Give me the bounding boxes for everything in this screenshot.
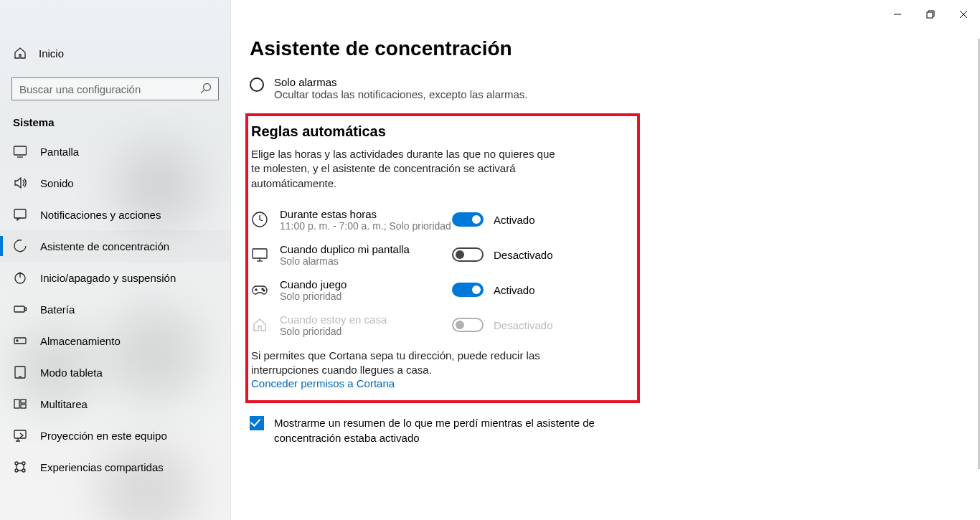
rule-sub: Solo alarmas (280, 255, 452, 267)
sound-icon (13, 176, 27, 190)
share-icon (13, 460, 27, 474)
rule-title: Cuando juego (280, 278, 452, 290)
home-label: Inicio (39, 47, 64, 60)
svg-line-5 (201, 90, 204, 94)
monitor-icon (251, 246, 268, 263)
nav-item-experiencias[interactable]: Experiencias compartidas (0, 451, 230, 483)
nav-label: Asistente de concentración (40, 240, 169, 252)
svg-point-29 (262, 288, 263, 290)
svg-point-4 (204, 84, 211, 91)
toggle-state: Desactivado (494, 249, 553, 261)
cortana-permissions-link[interactable]: Conceder permisos a Cortana (251, 377, 395, 389)
toggle-state: Activado (494, 284, 535, 296)
display-icon (13, 144, 27, 159)
svg-rect-26 (253, 249, 267, 258)
nav-label: Proyección en este equipo (40, 430, 167, 442)
rule-sub: Solo prioridad (280, 326, 452, 337)
nav-label: Almacenamiento (40, 335, 121, 347)
toggle-gaming[interactable] (452, 283, 484, 297)
projection-icon (13, 428, 27, 443)
section-label: Sistema (0, 116, 230, 136)
nav-label: Notificaciones y acciones (40, 209, 161, 221)
svg-rect-11 (14, 306, 24, 312)
nav-item-bateria[interactable]: Batería (0, 293, 230, 325)
rule-sub: Solo prioridad (280, 290, 452, 302)
summary-text: Mostrarme un resumen de lo que me perdí … (274, 416, 616, 445)
summary-checkbox-row[interactable]: Mostrarme un resumen de lo que me perdí … (250, 416, 616, 445)
svg-rect-8 (14, 209, 26, 218)
rules-title: Reglas automáticas (251, 123, 631, 140)
nav-item-multitarea[interactable]: Multitarea (0, 388, 230, 420)
rule-title: Cuando duplico mi pantalla (280, 243, 452, 255)
clock-icon (251, 211, 268, 228)
search-input[interactable] (11, 77, 219, 100)
checkbox-icon (250, 416, 264, 430)
nav-item-pantalla[interactable]: Pantalla (0, 136, 230, 167)
nav-label: Modo tableta (40, 367, 103, 379)
svg-point-14 (17, 340, 18, 341)
battery-icon (13, 302, 27, 316)
toggle-duplicate-display[interactable] (452, 247, 484, 262)
nav-item-notificaciones[interactable]: Notificaciones y acciones (0, 199, 230, 230)
nav-item-tableta[interactable]: Modo tableta (0, 356, 230, 388)
rules-desc: Elige las horas y las actividades durant… (251, 147, 560, 191)
home-icon (13, 46, 27, 60)
rule-at-home: Cuando estoy en casa Solo prioridad Desa… (248, 308, 631, 343)
focus-icon (13, 239, 27, 253)
toggle-state: Activado (494, 214, 535, 226)
svg-rect-12 (25, 308, 27, 311)
nav-item-proyeccion[interactable]: Proyección en este equipo (0, 420, 230, 451)
nav-item-almacenamiento[interactable]: Almacenamiento (0, 325, 230, 356)
search-icon (200, 82, 212, 94)
home-link[interactable]: Inicio (0, 39, 230, 67)
storage-icon (13, 334, 27, 348)
multitask-icon (13, 397, 27, 411)
nav-label: Inicio/apagado y suspensión (40, 272, 176, 284)
svg-point-30 (263, 290, 265, 291)
highlight-box: Reglas automáticas Elige las horas y las… (245, 113, 640, 403)
nav-label: Pantalla (40, 146, 79, 158)
rule-title: Durante estas horas (280, 208, 452, 220)
svg-rect-18 (21, 400, 26, 403)
page-title: Asistente de concentración (250, 37, 961, 60)
toggle-at-home (452, 318, 484, 332)
toggle-state: Desactivado (494, 319, 553, 331)
svg-point-21 (15, 462, 18, 465)
tablet-icon (13, 365, 27, 379)
nav-label: Batería (40, 303, 75, 316)
nav-label: Experiencias compartidas (40, 461, 164, 473)
rule-duplicate-display[interactable]: Cuando duplico mi pantalla Solo alarmas … (248, 237, 631, 273)
radio-desc: Ocultar todas las notificaciones, except… (274, 88, 528, 100)
svg-rect-17 (14, 400, 19, 408)
cortana-note: Si permites que Cortana sepa tu direcció… (251, 349, 588, 378)
svg-point-22 (22, 462, 25, 465)
toggle-during-hours[interactable] (452, 212, 484, 227)
radio-icon (250, 77, 264, 92)
svg-rect-19 (21, 405, 26, 408)
home-rule-icon (251, 316, 268, 334)
nav-label: Multitarea (40, 398, 88, 410)
nav-item-energia[interactable]: Inicio/apagado y suspensión (0, 262, 230, 293)
notifications-icon (13, 207, 27, 222)
rule-gaming[interactable]: Cuando juego Solo prioridad Activado (248, 273, 631, 308)
svg-point-24 (22, 469, 25, 472)
svg-rect-6 (14, 146, 27, 155)
power-icon (13, 270, 27, 285)
radio-label: Solo alarmas (274, 76, 528, 88)
rule-during-hours[interactable]: Durante estas horas 11:00 p. m. - 7:00 a… (248, 202, 631, 237)
radio-solo-alarmas[interactable]: Solo alarmas Ocultar todas las notificac… (250, 76, 961, 100)
nav-item-asistente[interactable]: Asistente de concentración (0, 230, 230, 262)
rule-sub: 11:00 p. m. - 7:00 a. m.; Solo prioridad (280, 220, 452, 232)
rule-title: Cuando estoy en casa (280, 313, 452, 326)
nav-label: Sonido (40, 177, 74, 189)
svg-point-23 (15, 469, 18, 472)
gamepad-icon (251, 281, 268, 298)
nav-item-sonido[interactable]: Sonido (0, 167, 230, 199)
